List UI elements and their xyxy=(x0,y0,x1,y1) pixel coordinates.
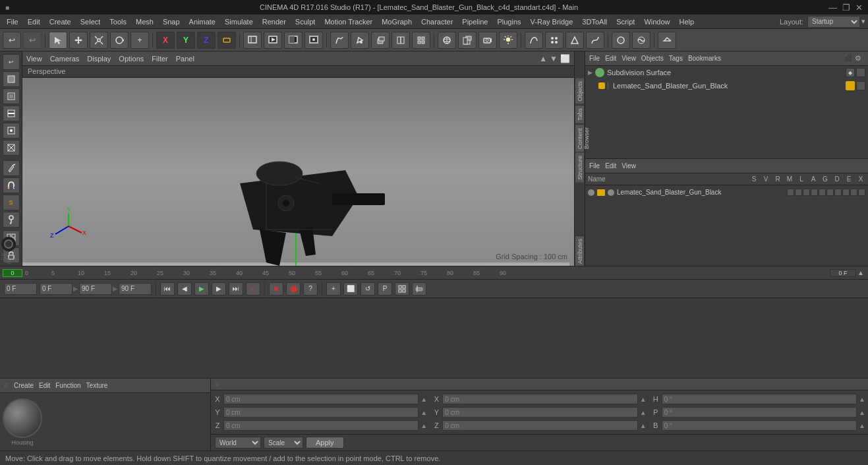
coord-arrow-p[interactable]: ▲ xyxy=(859,409,865,416)
rp-icon-1[interactable]: ⬛ xyxy=(844,54,854,63)
menu-render[interactable]: Render xyxy=(258,16,290,27)
mat-menu-edit[interactable]: Edit xyxy=(605,162,616,170)
viewport-3d[interactable]: Y X Z Grid Spacing : 100 cm xyxy=(22,78,574,266)
spline-button[interactable] xyxy=(586,32,604,49)
mat-d-icon[interactable] xyxy=(842,189,850,196)
render-active-button[interactable] xyxy=(264,32,282,49)
light-button[interactable] xyxy=(499,32,517,49)
frame-preview-start[interactable] xyxy=(40,283,72,295)
coord-arrow-x[interactable]: ▲ xyxy=(420,396,427,403)
extrude-button[interactable] xyxy=(371,32,390,49)
coord-input-y2[interactable] xyxy=(442,407,637,418)
rp-menu-tags[interactable]: Tags xyxy=(669,55,683,62)
goto-start-btn[interactable]: ⏮ xyxy=(160,282,175,295)
side-tab-content-browser[interactable]: Content Browser xyxy=(575,124,585,152)
sphere-primitive-button[interactable] xyxy=(438,32,456,49)
rp-menu-objects[interactable]: Objects xyxy=(641,55,664,62)
effector-button[interactable] xyxy=(565,32,584,49)
scale-tool-button[interactable] xyxy=(90,32,108,49)
menu-sculpt[interactable]: Sculpt xyxy=(291,16,320,27)
coord-input-z2[interactable] xyxy=(442,420,637,431)
coord-input-y[interactable] xyxy=(223,407,419,418)
menu-vray[interactable]: V-Ray Bridge xyxy=(527,16,577,27)
key-btn[interactable]: ⬤ xyxy=(286,282,301,295)
model-mode-btn[interactable] xyxy=(3,71,20,87)
cube-primitive-button[interactable] xyxy=(458,32,477,49)
object-row-gun[interactable]: Lematec_Sand_Blaster_Gun_Black xyxy=(585,79,868,92)
rotate-tool-button[interactable] xyxy=(110,32,129,49)
auto-key-btn[interactable]: ⏺ xyxy=(269,282,283,295)
coord-input-h[interactable] xyxy=(662,394,857,404)
mat-a-icon[interactable] xyxy=(826,189,834,196)
x-axis-button[interactable]: X xyxy=(156,32,175,49)
menu-3dtoall[interactable]: 3DToAll xyxy=(578,16,611,27)
expand-timeline-btn[interactable]: ▲ xyxy=(856,269,865,276)
coord-arrow-y2[interactable]: ▲ xyxy=(640,409,647,416)
environment-button[interactable] xyxy=(632,32,651,49)
subdivision-button[interactable] xyxy=(412,32,430,49)
free-axis-button[interactable] xyxy=(217,32,236,49)
close-button[interactable]: ✕ xyxy=(855,3,863,13)
material-button[interactable] xyxy=(612,32,630,49)
material-row-gun[interactable]: Lematec_Sand_Blaster_Gun_Black xyxy=(585,185,868,200)
undo-btn[interactable]: ↩ xyxy=(3,54,20,70)
z-axis-button[interactable]: Z xyxy=(197,32,216,49)
play-btn[interactable]: ▶ xyxy=(194,282,209,295)
menu-window[interactable]: Window xyxy=(640,16,674,27)
select-tool-button[interactable] xyxy=(49,32,67,49)
polygon-mode-btn[interactable] xyxy=(3,88,20,104)
menu-character[interactable]: Character xyxy=(417,16,457,27)
y-axis-button[interactable]: Y xyxy=(177,32,195,49)
move-tool-button[interactable] xyxy=(69,32,88,49)
coord-arrow-y[interactable]: ▲ xyxy=(420,409,427,416)
restore-button[interactable]: ❐ xyxy=(842,3,850,13)
menu-plugins[interactable]: Plugins xyxy=(493,16,525,27)
camera-button[interactable] xyxy=(478,32,497,49)
tag-icon-1[interactable]: ◆ xyxy=(846,68,855,77)
mat-edit-menu[interactable]: Edit xyxy=(39,382,50,389)
menu-select[interactable]: Select xyxy=(76,16,105,27)
mat-e-icon[interactable] xyxy=(850,189,857,196)
move-anim-btn[interactable]: + xyxy=(326,282,341,295)
mat-v-icon[interactable] xyxy=(795,189,802,196)
tag-icon-2[interactable] xyxy=(856,68,865,77)
side-tab-objects[interactable]: Objects xyxy=(575,78,585,105)
minimize-button[interactable]: — xyxy=(828,3,837,13)
menu-pipeline[interactable]: Pipeline xyxy=(458,16,492,27)
vp-menu-display[interactable]: Display xyxy=(87,55,111,63)
menu-edit[interactable]: Edit xyxy=(24,16,44,27)
gun-tag-1[interactable] xyxy=(846,81,855,90)
transform-tool-button[interactable]: + xyxy=(130,32,149,49)
coord-scale-select[interactable]: Scale xyxy=(264,437,303,449)
object-row-subdivision[interactable]: ▶ Subdivision Surface ◆ xyxy=(585,66,868,79)
vp-menu-cameras[interactable]: Cameras xyxy=(50,55,80,63)
menu-create[interactable]: Create xyxy=(45,16,75,27)
menu-mograph[interactable]: MoGraph xyxy=(378,16,416,27)
p-anim-btn[interactable]: P xyxy=(378,282,392,295)
rp-menu-edit[interactable]: Edit xyxy=(605,55,616,62)
vp-menu-options[interactable]: Options xyxy=(119,55,144,63)
deformer-button[interactable] xyxy=(525,32,543,49)
frame-start-input[interactable] xyxy=(4,283,37,295)
coord-arrow-z2[interactable]: ▲ xyxy=(640,422,647,429)
render-settings-button[interactable] xyxy=(304,32,323,49)
scale-anim-btn[interactable]: ⬜ xyxy=(343,282,358,295)
frame-end-input[interactable] xyxy=(79,283,112,295)
texture-mode-btn[interactable] xyxy=(3,140,20,156)
coord-input-z[interactable] xyxy=(223,420,419,431)
coord-world-select[interactable]: World Object xyxy=(215,437,261,449)
paint-tool-btn[interactable] xyxy=(3,212,20,228)
layout-selector[interactable]: Startup xyxy=(807,16,860,28)
menu-simulate[interactable]: Simulate xyxy=(221,16,257,27)
knife-tool-btn[interactable] xyxy=(3,160,20,176)
render-viewer-button[interactable] xyxy=(284,32,303,49)
undo-button[interactable]: ↩ xyxy=(3,32,21,49)
material-ball[interactable] xyxy=(3,398,42,438)
mat-r-icon[interactable] xyxy=(803,189,810,196)
menu-file[interactable]: File xyxy=(3,16,22,27)
polygon-pen-button[interactable] xyxy=(351,32,369,49)
menu-snap[interactable]: Snap xyxy=(159,16,184,27)
mat-menu-view[interactable]: View xyxy=(622,162,636,170)
rp-icon-2[interactable]: ⚙ xyxy=(855,54,864,63)
coord-input-p[interactable] xyxy=(662,407,857,418)
